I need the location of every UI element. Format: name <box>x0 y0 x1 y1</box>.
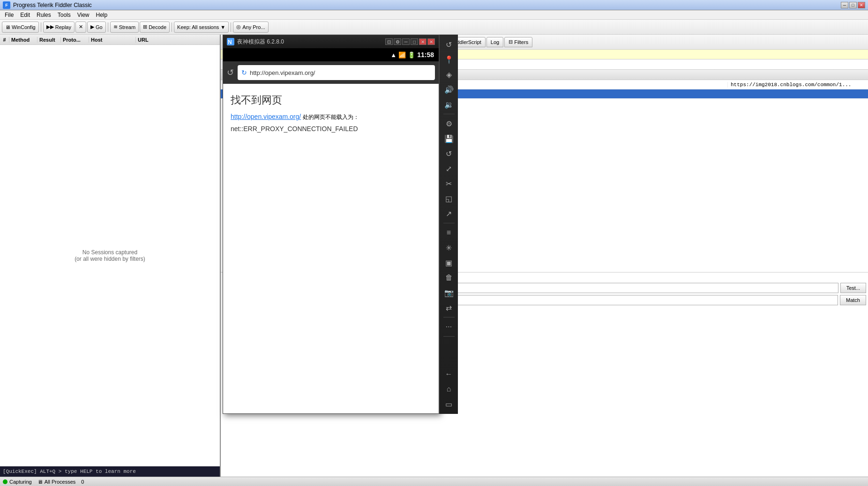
close-button[interactable]: ✕ <box>858 2 865 8</box>
toolbar-sep-2 <box>108 22 108 32</box>
nox-sidebar-icon-screen2[interactable]: ▣ <box>441 256 456 270</box>
filter-icon: ⊟ <box>509 39 513 45</box>
go-icon: ▶ <box>90 24 94 30</box>
nox-btn-maximize[interactable]: □ <box>411 38 418 45</box>
nox-sidebar-icon-scan[interactable]: ◈ <box>441 67 456 81</box>
decode-button[interactable]: ⊞ Decode <box>140 22 170 33</box>
keep-dropdown-icon: ▼ <box>220 24 225 30</box>
android-url-bar[interactable]: ↻ http://open.vipexam.org/ <box>238 65 435 80</box>
menu-file[interactable]: File <box>2 11 16 19</box>
error-link[interactable]: http://open.vipexam.org/ <box>231 113 301 120</box>
nox-sidebar-sep-3 <box>443 317 455 317</box>
nox-sidebar-icon-camera[interactable]: 📷 <box>441 286 456 300</box>
android-time: 11:58 <box>417 51 434 59</box>
nox-sidebar-sep-1 <box>443 114 455 114</box>
error-title: 找不到网页 <box>231 93 431 107</box>
nox-btn-settings[interactable]: ⚙ <box>394 38 401 45</box>
test-button[interactable]: Test... <box>840 283 866 293</box>
col-header-proto: Proto... <box>61 37 89 43</box>
col-header-url: URL <box>136 37 220 43</box>
match-button[interactable]: Match <box>840 295 866 305</box>
toolbar-sep-4 <box>231 22 231 32</box>
capturing-label: Capturing <box>9 479 32 485</box>
android-browser-content: 找不到网页 http://open.vipexam.org/ 处的网页不能载入为… <box>223 84 439 413</box>
keep-sessions-button[interactable]: Keep: All sessions ▼ <box>174 22 229 33</box>
nox-icon: N <box>227 38 234 45</box>
menu-view[interactable]: View <box>75 11 92 19</box>
nox-sidebar-icon-copy[interactable]: ◱ <box>441 191 456 206</box>
nox-sidebar-icon-volume-down[interactable]: 🔉 <box>441 97 456 111</box>
nox-sidebar-icon-trash[interactable]: 🗑 <box>441 271 456 285</box>
tab-filters[interactable]: ⊟ Filters <box>504 37 532 47</box>
x-button[interactable]: ✕ <box>75 22 86 33</box>
nox-title-bar: N 夜神模拟器 6.2.8.0 ⊡ ⚙ ─ □ ✕ ✕ <box>223 35 439 48</box>
nox-sidebar-icon-back[interactable]: ↺ <box>441 37 456 52</box>
window-controls: ─ □ ✕ <box>841 2 865 8</box>
nox-sidebar-icon-more[interactable]: ··· <box>441 320 456 334</box>
error-code: net::ERR_PROXY_CONNECTION_FAILED <box>231 125 431 133</box>
col-header-method: Method <box>9 37 37 43</box>
process-status[interactable]: 🖥 All Processes <box>37 479 76 485</box>
toolbar-sep-3 <box>172 22 172 32</box>
x-icon: ✕ <box>79 24 83 30</box>
android-status-bar: ▲ 📶 🔋 11:58 <box>223 48 439 61</box>
nox-sidebar-icon-settings[interactable]: ⚙ <box>441 117 456 131</box>
minimize-button[interactable]: ─ <box>841 2 848 8</box>
nox-sidebar-icon-menu[interactable]: ≡ <box>441 226 456 240</box>
all-processes-label: All Processes <box>45 479 76 485</box>
nox-sidebar-icon-nav-recent[interactable]: ▭ <box>441 397 456 411</box>
session-count-value: 0 <box>81 479 84 485</box>
maximize-button[interactable]: □ <box>849 2 857 8</box>
menu-help[interactable]: Help <box>93 11 111 19</box>
any-process-button[interactable]: ◎ Any Pro... <box>233 22 268 33</box>
menu-rules[interactable]: Rules <box>34 11 54 19</box>
nox-sidebar-icon-location[interactable]: 📍 <box>441 52 456 66</box>
nox-btn-screen[interactable]: ⊡ <box>385 38 393 45</box>
decode-icon: ⊞ <box>143 24 147 30</box>
winconfig-button[interactable]: 🖥 WinConfig <box>2 22 39 33</box>
menu-tools[interactable]: Tools <box>55 11 74 19</box>
nox-btn-close[interactable]: ✕ <box>419 38 427 45</box>
wifi-icon: ▲ <box>390 52 397 59</box>
nox-btn-close2[interactable]: ✕ <box>427 38 435 45</box>
ar-cell-response-1: https://img2018.cnblogs.com/common/1... <box>727 82 868 88</box>
nox-sidebar-icon-save[interactable]: 💾 <box>441 132 456 146</box>
nox-sidebar-sep-2 <box>443 223 455 223</box>
capturing-indicator <box>3 479 7 484</box>
nox-btn-minimize[interactable]: ─ <box>402 38 410 45</box>
android-browser-bar: ↺ ↻ http://open.vipexam.org/ <box>223 61 439 84</box>
nox-sidebar-icon-share[interactable]: ↗ <box>441 206 456 221</box>
menu-edit[interactable]: Edit <box>17 11 33 19</box>
nox-sidebar-icon-cut[interactable]: ✂ <box>441 177 456 191</box>
nox-title: 夜神模拟器 6.2.8.0 <box>237 38 382 46</box>
android-status-right: ▲ 📶 🔋 11:58 <box>390 51 434 59</box>
nox-window-buttons: ⊡ ⚙ ─ □ ✕ ✕ <box>385 38 435 45</box>
go-button[interactable]: ▶ Go <box>87 22 106 33</box>
quickexec-bar: [QuickExec] ALT+Q > type HELP to learn m… <box>0 466 220 477</box>
stream-button[interactable]: ≋ Stream <box>110 22 139 33</box>
nox-sidebar-icon-volume-up[interactable]: 🔊 <box>441 82 456 96</box>
nox-sidebar-icon-fullscreen[interactable]: ⤢ <box>441 162 456 176</box>
winconfig-icon: 🖥 <box>5 24 10 30</box>
nox-sidebar-icon-nav-home[interactable]: ⌂ <box>441 382 456 396</box>
battery-icon: 🔋 <box>408 52 415 59</box>
svg-text:N: N <box>228 39 232 45</box>
no-sessions-text: No Sessions captured (or all were hidden… <box>75 249 145 262</box>
replay-icon: ▶▶ <box>46 24 54 30</box>
menu-bar: File Edit Rules Tools View Help <box>0 10 868 20</box>
toolbar: 🖥 WinConfig ▶▶ Replay ✕ ▶ Go ≋ Stream ⊞ … <box>0 20 868 35</box>
browser-back-icon[interactable]: ↺ <box>227 67 234 78</box>
nox-sidebar: ↺ 📍 ◈ 🔊 🔉 ⚙ 💾 ↺ ⤢ ✂ ◱ ↗ ≡ ✳ ▣ 🗑 📷 ⇄ ··· … <box>439 35 458 414</box>
toolbar-sep-1 <box>41 22 41 32</box>
tab-log[interactable]: Log <box>486 37 503 47</box>
nox-sidebar-icon-loading[interactable]: ✳ <box>441 241 456 255</box>
signal-icon: 📶 <box>398 52 406 59</box>
col-header-result: Result <box>37 37 61 43</box>
replay-button[interactable]: ▶▶ Replay <box>43 22 75 33</box>
sessions-table-header: # Method Result Proto... Host URL <box>0 35 220 45</box>
url-text: http://open.vipexam.org/ <box>250 69 315 76</box>
session-count: 0 <box>81 479 84 485</box>
nox-sidebar-icon-transfer[interactable]: ⇄ <box>441 301 456 315</box>
nox-sidebar-icon-refresh[interactable]: ↺ <box>441 147 456 161</box>
nox-sidebar-icon-nav-back[interactable]: ← <box>441 367 456 381</box>
